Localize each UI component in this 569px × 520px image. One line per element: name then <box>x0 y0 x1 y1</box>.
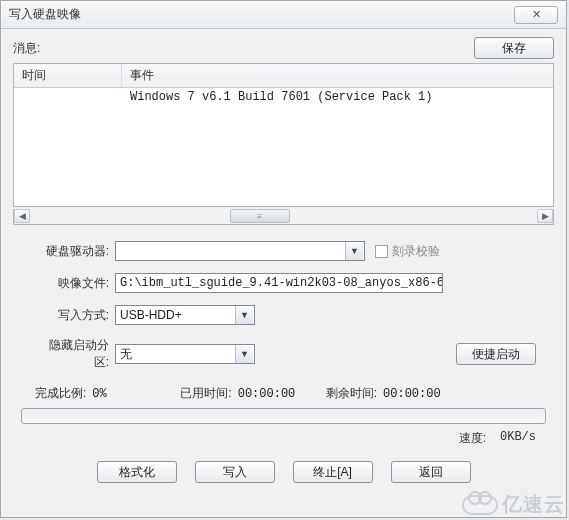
chevron-down-icon[interactable]: ▼ <box>235 306 253 324</box>
dialog-window: 写入硬盘映像 ✕ 消息: 保存 时间 事件 Windows 7 v6.1 Bui… <box>0 0 567 518</box>
format-button[interactable]: 格式化 <box>97 461 177 483</box>
log-list: 时间 事件 Windows 7 v6.1 Build 7601 (Service… <box>13 63 554 207</box>
save-button-label: 保存 <box>502 40 526 57</box>
chevron-down-icon[interactable]: ▼ <box>235 345 253 363</box>
message-label: 消息: <box>13 40 474 57</box>
scroll-right-arrow-icon[interactable]: ▶ <box>537 209 553 223</box>
burn-check-checkbox[interactable]: 刻录校验 <box>375 243 440 260</box>
write-label: 写入 <box>223 464 247 481</box>
completion-value: 0% <box>92 387 152 401</box>
scroll-thumb[interactable]: ≡ <box>230 209 290 223</box>
write-mode-label: 写入方式: <box>35 307 115 324</box>
horizontal-scrollbar[interactable]: ◀ ≡ ▶ <box>13 209 554 225</box>
checkbox-icon <box>375 245 388 258</box>
write-button[interactable]: 写入 <box>195 461 275 483</box>
close-icon: ✕ <box>532 8 541 21</box>
image-file-row: 映像文件: G:\ibm_utl_sguide_9.41-win2k03-08_… <box>35 273 554 293</box>
write-mode-row: 写入方式: USB-HDD+ ▼ <box>35 305 554 325</box>
col-time-header[interactable]: 时间 <box>14 64 122 87</box>
hide-boot-row: 隐藏启动分区: 无 ▼ 便捷启动 <box>35 337 554 371</box>
button-row: 格式化 写入 终止[A] 返回 <box>13 455 554 491</box>
hide-boot-combo[interactable]: 无 ▼ <box>115 344 255 364</box>
speed-value: 0KB/s <box>500 430 536 447</box>
write-mode-combo[interactable]: USB-HDD+ ▼ <box>115 305 255 325</box>
completion-label: 完成比例: <box>35 385 86 402</box>
scroll-left-arrow-icon[interactable]: ◀ <box>14 209 30 223</box>
status-row: 完成比例: 0% 已用时间: 00:00:00 剩余时间: 00:00:00 <box>35 385 554 402</box>
abort-label: 终止[A] <box>313 464 352 481</box>
title-bar: 写入硬盘映像 ✕ <box>1 1 566 29</box>
col-event-header[interactable]: 事件 <box>122 64 553 87</box>
back-label: 返回 <box>419 464 443 481</box>
format-label: 格式化 <box>119 464 155 481</box>
disk-drive-label: 硬盘驱动器: <box>35 243 115 260</box>
image-file-label: 映像文件: <box>35 275 115 292</box>
image-file-value: G:\ibm_utl_sguide_9.41-win2k03-08_anyos_… <box>120 276 443 290</box>
message-row: 消息: 保存 <box>13 37 554 59</box>
image-file-field[interactable]: G:\ibm_utl_sguide_9.41-win2k03-08_anyos_… <box>115 273 443 293</box>
speed-label: 速度: <box>459 430 486 447</box>
hide-boot-value: 无 <box>116 346 235 363</box>
abort-button[interactable]: 终止[A] <box>293 461 373 483</box>
log-header: 时间 事件 <box>14 64 553 88</box>
write-mode-value: USB-HDD+ <box>116 308 235 322</box>
disk-drive-row: 硬盘驱动器: ▼ 刻录校验 <box>35 241 554 261</box>
log-body[interactable]: Windows 7 v6.1 Build 7601 (Service Pack … <box>14 88 553 206</box>
burn-check-label: 刻录校验 <box>392 243 440 260</box>
cell-event: Windows 7 v6.1 Build 7601 (Service Pack … <box>122 88 553 106</box>
elapsed-value: 00:00:00 <box>238 387 298 401</box>
window-title: 写入硬盘映像 <box>9 6 514 23</box>
disk-drive-combo[interactable]: ▼ <box>115 241 365 261</box>
quick-boot-button[interactable]: 便捷启动 <box>456 343 536 365</box>
remaining-label: 剩余时间: <box>326 385 377 402</box>
elapsed-label: 已用时间: <box>180 385 231 402</box>
remaining-value: 00:00:00 <box>383 387 443 401</box>
cell-time <box>14 88 122 106</box>
save-button[interactable]: 保存 <box>474 37 554 59</box>
progress-bar <box>21 408 546 424</box>
content-area: 消息: 保存 时间 事件 Windows 7 v6.1 Build 7601 (… <box>1 29 566 517</box>
close-button[interactable]: ✕ <box>514 6 558 24</box>
speed-row: 速度: 0KB/s <box>13 428 554 455</box>
back-button[interactable]: 返回 <box>391 461 471 483</box>
hide-boot-label: 隐藏启动分区: <box>35 337 115 371</box>
chevron-down-icon[interactable]: ▼ <box>345 242 363 260</box>
table-row[interactable]: Windows 7 v6.1 Build 7601 (Service Pack … <box>14 88 553 106</box>
quick-boot-label: 便捷启动 <box>472 346 520 363</box>
